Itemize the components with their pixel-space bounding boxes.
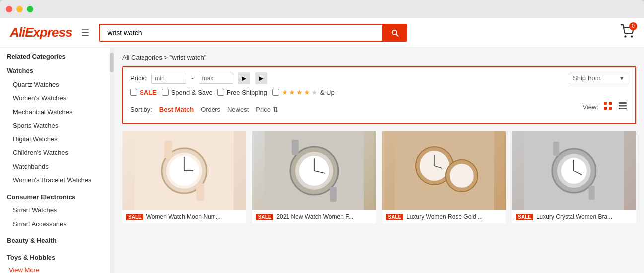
sale-checkbox[interactable] <box>130 89 137 96</box>
sidebar-item-digital-watches[interactable]: Digital Watches <box>5 133 114 146</box>
sort-price[interactable]: Price ⇅ <box>256 105 278 114</box>
svg-rect-23 <box>292 140 299 155</box>
price-min-input[interactable] <box>151 73 186 84</box>
products-grid: SALE Women Watch Moon Num... <box>122 131 636 223</box>
price-apply-button-2[interactable]: ▶ <box>255 72 267 84</box>
rating-checkbox[interactable] <box>272 89 279 96</box>
sidebar-item-smart-accessories[interactable]: Smart Accessories <box>5 217 114 231</box>
view-label: View: <box>582 103 598 111</box>
search-button[interactable] <box>382 24 407 42</box>
sort-best-match[interactable]: Best Match <box>159 105 194 114</box>
sidebar-item-mechanical-watches[interactable]: Mechanical Watches <box>5 105 114 119</box>
cart-badge: 0 <box>629 22 637 30</box>
related-categories-title: Related Categories <box>5 53 114 60</box>
sidebar-item-consumer-electronics[interactable]: Consumer Electronics <box>5 190 114 204</box>
sidebar-item-watchbands[interactable]: Watchbands <box>5 160 114 174</box>
search-input[interactable] <box>99 24 382 42</box>
product-image-4 <box>512 131 636 210</box>
svg-rect-39 <box>589 186 595 200</box>
product-card-4[interactable]: SALE Luxury Crystal Women Bra... <box>512 131 636 223</box>
product-card-2[interactable]: SALE 2021 New Watch Women F... <box>252 131 376 223</box>
close-button[interactable] <box>6 6 12 12</box>
grid-view-button[interactable] <box>602 100 613 113</box>
price-sort-icon: ⇅ <box>273 106 278 113</box>
star-3: ★ <box>296 88 303 96</box>
svg-rect-38 <box>553 142 559 156</box>
filter-spend-save[interactable]: Spend & Save <box>162 89 213 96</box>
sort-label: Sort by: <box>130 106 152 113</box>
product-image-1 <box>122 131 246 210</box>
stars-row: ★ ★ ★ ★ ★ <box>282 88 318 96</box>
product-image-2 <box>252 131 376 210</box>
free-shipping-label: Free Shipping <box>227 89 267 96</box>
list-view-button[interactable] <box>617 100 628 113</box>
view-toggle: View: <box>582 100 628 113</box>
chevron-down-icon: ▾ <box>620 74 624 82</box>
spend-save-label: Spend & Save <box>171 89 213 96</box>
filter-sort-row: Sort by: Best Match Orders Newest Price … <box>130 100 628 118</box>
header: AliExpress ☰ 0 <box>0 18 644 48</box>
product-badge-3: SALE <box>386 214 404 220</box>
breadcrumb-separator: > <box>164 54 168 61</box>
free-shipping-checkbox[interactable] <box>217 89 224 96</box>
product-title-2: 2021 New Watch Women F... <box>276 213 353 220</box>
menu-icon[interactable]: ☰ <box>81 27 89 38</box>
filter-free-shipping[interactable]: Free Shipping <box>217 89 267 96</box>
ship-from-select[interactable]: Ship from ▾ <box>569 72 628 84</box>
product-title-3: Luxury Women Rose Gold ... <box>406 213 483 220</box>
minimize-button[interactable] <box>16 6 23 12</box>
cart-area[interactable]: 0 <box>620 24 634 41</box>
svg-rect-24 <box>330 187 337 202</box>
sidebar: Related Categories Watches Quartz Watche… <box>0 48 114 273</box>
sidebar-item-quartz-watches[interactable]: Quartz Watches <box>5 78 114 92</box>
price-separator: - <box>191 74 193 82</box>
star-1: ★ <box>282 88 288 96</box>
main-content: Related Categories Watches Quartz Watche… <box>0 48 644 273</box>
product-card-1[interactable]: SALE Women Watch Moon Num... <box>122 131 246 223</box>
product-badge-1: SALE <box>126 214 143 220</box>
logo[interactable]: AliExpress <box>10 25 72 40</box>
breadcrumb-query: "wrist watch" <box>170 54 207 61</box>
sort-newest[interactable]: Newest <box>227 105 249 114</box>
sidebar-item-womens-bracelet-watches[interactable]: Women's Bracelet Watches <box>5 173 114 187</box>
sidebar-item-beauty-health[interactable]: Beauty & Health <box>5 234 114 248</box>
maximize-button[interactable] <box>27 6 33 12</box>
sidebar-item-watches[interactable]: Watches <box>5 64 114 78</box>
product-badge-4: SALE <box>516 214 533 220</box>
price-max-input[interactable] <box>199 73 233 84</box>
svg-point-31 <box>449 164 473 188</box>
filter-rating[interactable]: ★ ★ ★ ★ ★ & Up <box>272 88 335 96</box>
svg-point-0 <box>625 36 626 37</box>
sort-orders[interactable]: Orders <box>201 105 220 114</box>
sidebar-item-sports-watches[interactable]: Sports Watches <box>5 119 114 133</box>
sidebar-item-childrens-watches[interactable]: Children's Watches <box>5 146 114 160</box>
scrollbar[interactable] <box>110 48 114 273</box>
product-badge-2: SALE <box>256 214 274 220</box>
sidebar-item-toys-hobbies[interactable]: Toys & Hobbies <box>5 251 114 265</box>
price-label: Price: <box>130 74 146 82</box>
rating-and-up-label: & Up <box>320 89 335 96</box>
breadcrumb: All Categories > "wrist watch" <box>122 54 636 61</box>
sidebar-item-smart-watches[interactable]: Smart Watches <box>5 204 114 217</box>
filter-sale[interactable]: SALE <box>130 89 157 96</box>
view-more-link[interactable]: View More <box>5 264 114 273</box>
app-body: AliExpress ☰ 0 <box>0 18 644 273</box>
scrollbar-thumb[interactable] <box>110 53 114 72</box>
filter-box: Price: - ▶ ▶ Ship from ▾ SA <box>122 66 636 124</box>
search-bar <box>99 24 407 42</box>
product-image-3 <box>382 131 506 210</box>
svg-point-1 <box>631 36 632 37</box>
sidebar-item-womens-watches[interactable]: Women's Watches <box>5 91 114 105</box>
svg-rect-8 <box>619 108 627 109</box>
price-apply-button[interactable]: ▶ <box>238 72 250 84</box>
svg-rect-5 <box>609 107 612 110</box>
svg-rect-6 <box>619 102 627 104</box>
breadcrumb-all-categories[interactable]: All Categories <box>122 54 162 61</box>
sale-label: SALE <box>140 89 157 96</box>
svg-rect-2 <box>604 102 607 105</box>
filter-price-row: Price: - ▶ ▶ Ship from ▾ <box>130 72 628 84</box>
product-card-3[interactable]: SALE Luxury Women Rose Gold ... <box>382 131 506 223</box>
svg-rect-15 <box>164 141 172 158</box>
spend-save-checkbox[interactable] <box>162 89 169 96</box>
star-2: ★ <box>289 88 295 96</box>
